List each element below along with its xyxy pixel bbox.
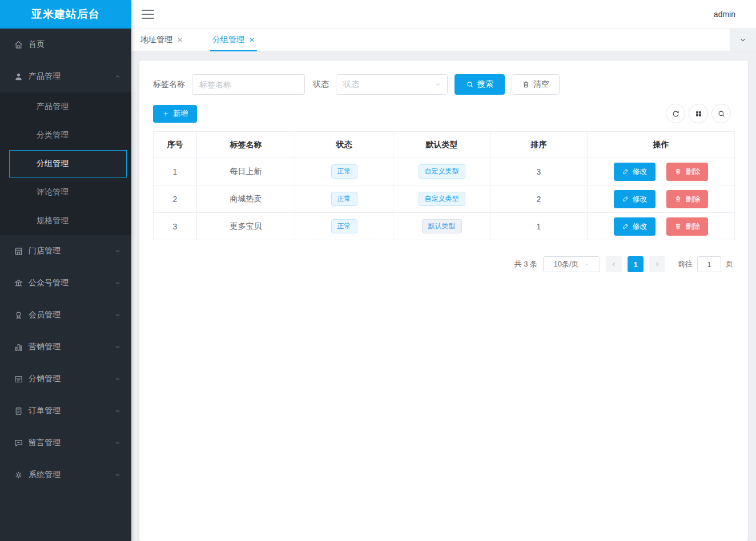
column-grid-button[interactable] <box>689 104 708 123</box>
tab-label: 分组管理 <box>212 35 244 45</box>
edit-button-label: 修改 <box>633 221 648 232</box>
sidebar-item-product-mgmt[interactable]: 产品管理 <box>0 60 131 92</box>
goto-page-group: 前往 页 <box>678 256 733 272</box>
pagination: 共 3 条 10条/页 1 前往 页 <box>153 256 734 272</box>
search-toggle-button[interactable] <box>711 104 731 123</box>
edit-button-label: 修改 <box>633 194 648 204</box>
edit-button[interactable]: 修改 <box>614 217 656 236</box>
page-number-1[interactable]: 1 <box>628 256 644 272</box>
chevron-down-icon <box>114 312 121 318</box>
refresh-button[interactable] <box>666 104 685 123</box>
cell-sort: 2 <box>490 185 588 213</box>
cell-sort: 1 <box>490 213 588 240</box>
prev-page-button[interactable] <box>606 256 622 272</box>
delete-button-label: 删除 <box>685 194 700 204</box>
sidebar-subitem-category[interactable]: 分类管理 <box>0 121 131 150</box>
cell-status: 正常 <box>295 158 393 185</box>
goto-page-input[interactable] <box>697 256 721 272</box>
tab-list-dropdown-button[interactable] <box>730 29 756 51</box>
sidebar-item-label: 产品管理 <box>29 71 61 82</box>
chevron-down-icon <box>114 344 121 350</box>
member-icon <box>14 310 23 320</box>
sidebar-subitem-label: 分类管理 <box>37 130 69 140</box>
sidebar-item-store-mgmt[interactable]: 门店管理 <box>0 235 131 267</box>
clear-button-label: 清空 <box>533 79 549 90</box>
cell-sort: 3 <box>490 158 588 185</box>
user-menu[interactable]: admin <box>714 10 735 19</box>
chevron-down-icon <box>114 439 121 446</box>
sidebar-item-distribution-mgmt[interactable]: 分销管理 <box>0 363 131 395</box>
clear-button[interactable]: 清空 <box>512 74 560 95</box>
app-logo-title: 亚米建站后台 <box>0 0 131 29</box>
sidebar-subitem-spec[interactable]: 规格管理 <box>0 207 131 235</box>
sidebar-item-label: 分销管理 <box>29 374 61 384</box>
sidebar-item-label: 首页 <box>29 39 45 50</box>
tab-group-mgmt[interactable]: 分组管理 ✕ <box>210 29 257 51</box>
edit-button[interactable]: 修改 <box>614 163 656 181</box>
close-icon[interactable]: ✕ <box>177 36 183 44</box>
sidebar-item-label: 订单管理 <box>29 406 61 416</box>
sidebar-item-marketing-mgmt[interactable]: 营销管理 <box>0 331 131 363</box>
cell-seq: 2 <box>154 185 197 213</box>
add-button-label: 新增 <box>173 108 188 119</box>
table-row: 3 更多宝贝 正常 默认类型 1 修改 删除 <box>154 213 735 240</box>
type-badge: 自定义类型 <box>419 192 465 205</box>
tabbar: 地址管理 ✕ 分组管理 ✕ <box>131 29 756 51</box>
trash-icon <box>674 223 682 230</box>
sidebar-item-member-mgmt[interactable]: 会员管理 <box>0 299 131 331</box>
content-card: 标签名称 状态 状态 搜索 清空 新增 <box>139 60 748 541</box>
tag-name-label: 标签名称 <box>153 79 185 90</box>
sidebar-subitem-comment[interactable]: 评论管理 <box>0 178 131 207</box>
sidebar-subitem-product[interactable]: 产品管理 <box>0 92 131 121</box>
delete-button[interactable]: 删除 <box>666 190 708 208</box>
edit-button[interactable]: 修改 <box>614 190 656 208</box>
cell-type: 默认类型 <box>393 213 490 240</box>
status-select[interactable]: 状态 <box>336 74 448 95</box>
chevron-down-icon <box>114 248 121 255</box>
header-type: 默认类型 <box>393 132 490 158</box>
delete-button[interactable]: 删除 <box>666 163 708 181</box>
main-content: 标签名称 状态 状态 搜索 清空 新增 <box>131 51 756 541</box>
cell-actions: 修改 删除 <box>588 158 735 185</box>
hamburger-menu-icon[interactable] <box>142 10 154 19</box>
sidebar-item-label: 营销管理 <box>29 342 61 352</box>
chevron-right-icon <box>654 261 661 268</box>
search-icon <box>466 80 474 88</box>
tab-label: 地址管理 <box>140 35 172 45</box>
sidebar-item-official-account-mgmt[interactable]: 公众号管理 <box>0 267 131 299</box>
sidebar-item-message-mgmt[interactable]: 留言管理 <box>0 427 131 459</box>
type-badge: 默认类型 <box>422 219 462 233</box>
table-toolbar <box>666 104 731 123</box>
pencil-icon <box>622 195 629 203</box>
sidebar-item-label: 系统管理 <box>29 470 61 480</box>
cell-actions: 修改 删除 <box>588 185 735 213</box>
official-account-icon <box>14 278 23 288</box>
search-button[interactable]: 搜索 <box>455 74 505 95</box>
page-size-select[interactable]: 10条/页 <box>543 256 600 272</box>
sidebar: 亚米建站后台 首页 产品管理 产品管理 分类管理 分组管理 评论管理 规格管理 … <box>0 0 131 541</box>
next-page-button[interactable] <box>649 256 665 272</box>
sidebar-item-home[interactable]: 首页 <box>0 29 131 60</box>
message-icon <box>14 438 23 448</box>
status-badge: 正常 <box>331 192 357 205</box>
chevron-left-icon <box>610 261 617 268</box>
cell-seq: 3 <box>154 213 197 240</box>
pencil-icon <box>622 168 629 175</box>
add-button[interactable]: 新增 <box>153 105 197 123</box>
store-icon <box>14 247 23 256</box>
data-table: 序号 标签名称 状态 默认类型 排序 操作 1 每日上新 正常 自定义类型 3 … <box>153 131 735 240</box>
trash-icon <box>674 168 682 175</box>
close-icon[interactable]: ✕ <box>249 36 255 44</box>
search-icon <box>717 110 726 118</box>
topbar: admin <box>131 0 756 29</box>
tag-name-input[interactable] <box>192 74 305 95</box>
status-badge: 正常 <box>331 219 357 233</box>
sidebar-subitem-group-active[interactable]: 分组管理 <box>9 150 127 177</box>
order-icon <box>14 406 23 416</box>
sidebar-item-system-mgmt[interactable]: 系统管理 <box>0 459 131 491</box>
delete-button[interactable]: 删除 <box>666 217 708 236</box>
tab-address-mgmt[interactable]: 地址管理 ✕ <box>138 29 185 51</box>
sidebar-item-order-mgmt[interactable]: 订单管理 <box>0 395 131 427</box>
header-actions: 操作 <box>588 132 735 158</box>
cell-status: 正常 <box>295 213 393 240</box>
